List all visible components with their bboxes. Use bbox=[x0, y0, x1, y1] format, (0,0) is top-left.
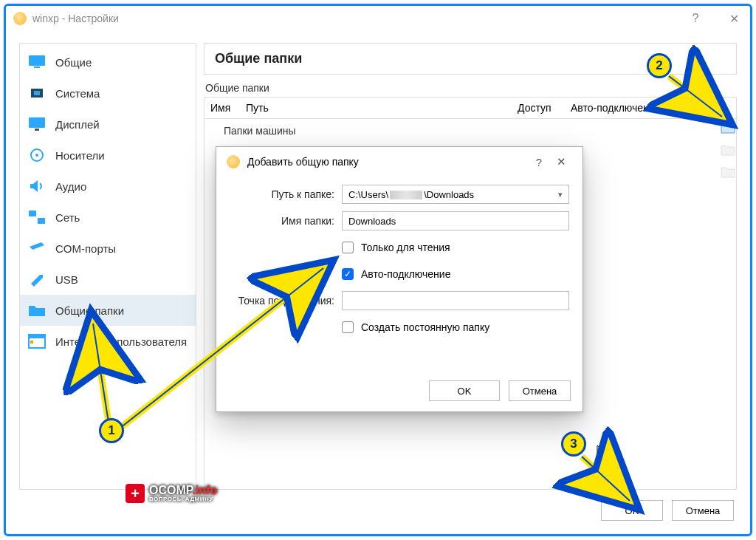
sidebar-label: Общие bbox=[55, 56, 92, 69]
sidebar-item-system[interactable]: Система bbox=[20, 78, 196, 109]
checkbox-unchecked-icon bbox=[342, 242, 354, 253]
app-icon bbox=[227, 155, 240, 168]
speaker-icon bbox=[27, 179, 47, 194]
folder-icon bbox=[27, 303, 47, 318]
sidebar-label: Система bbox=[55, 87, 100, 100]
annotation-badge-2: 2 bbox=[647, 53, 672, 78]
name-input[interactable]: Downloads bbox=[342, 211, 569, 230]
sidebar-label: COM-порты bbox=[55, 242, 116, 255]
svg-line-17 bbox=[117, 268, 323, 431]
svg-rect-8 bbox=[29, 211, 36, 216]
settings-window: winxp - Настройки ? ✕ Общие Система bbox=[4, 4, 752, 536]
cancel-button[interactable]: Отмена bbox=[672, 500, 734, 521]
path-value: C:\Users\\Downloads bbox=[348, 189, 474, 200]
svg-rect-1 bbox=[34, 66, 40, 68]
svg-rect-0 bbox=[29, 55, 45, 66]
sidebar-item-general[interactable]: Общие bbox=[20, 47, 196, 78]
col-name[interactable]: Имя bbox=[205, 102, 240, 114]
dialog-cancel-button[interactable]: Отмена bbox=[509, 380, 571, 401]
watermark: + OCOMP.info ВОПРОСЫ АДМИНУ bbox=[126, 484, 217, 503]
svg-rect-3 bbox=[34, 91, 40, 95]
sidebar-label: Аудио bbox=[55, 180, 86, 193]
sidebar-item-storage[interactable]: Носители bbox=[20, 140, 196, 171]
svg-line-15 bbox=[93, 324, 109, 427]
annotation-badge-1: 1 bbox=[99, 418, 124, 443]
window-title: winxp - Настройки bbox=[32, 13, 119, 24]
dialog-help-button[interactable]: ? bbox=[528, 156, 550, 168]
monitor-icon bbox=[27, 55, 47, 69]
permanent-checkbox[interactable]: Создать постоянную папку bbox=[342, 321, 569, 333]
display-icon bbox=[27, 117, 47, 131]
annotation-arrow-2 bbox=[656, 69, 737, 135]
network-icon bbox=[27, 210, 47, 225]
svg-rect-9 bbox=[38, 218, 45, 224]
svg-rect-4 bbox=[29, 117, 45, 128]
automount-checkbox[interactable]: Авто-подключение bbox=[342, 268, 569, 280]
usb-icon bbox=[27, 272, 47, 287]
col-path[interactable]: Путь bbox=[240, 102, 512, 114]
sidebar-item-audio[interactable]: Аудио bbox=[20, 171, 196, 202]
edit-folder-button[interactable] bbox=[720, 141, 736, 157]
close-button[interactable]: ✕ bbox=[725, 12, 743, 26]
sidebar-item-network[interactable]: Сеть bbox=[20, 202, 196, 233]
sidebar-label: Дисплей bbox=[55, 118, 100, 131]
chip-icon bbox=[27, 86, 47, 100]
annotation-arrow-3 bbox=[567, 449, 656, 516]
chevron-down-icon: ▾ bbox=[558, 190, 563, 199]
readonly-checkbox[interactable]: Только для чтения bbox=[342, 242, 569, 253]
mountpoint-input[interactable] bbox=[342, 291, 569, 310]
help-button[interactable]: ? bbox=[687, 12, 704, 26]
dialog-title: Добавить общую папку bbox=[247, 156, 359, 168]
dialog-titlebar: Добавить общую папку ? ✕ bbox=[216, 147, 583, 177]
sidebar-label: USB bbox=[55, 273, 78, 286]
app-icon bbox=[13, 12, 27, 25]
sidebar-item-display[interactable]: Дисплей bbox=[20, 109, 196, 140]
disk-icon bbox=[27, 148, 47, 163]
svg-rect-5 bbox=[35, 129, 39, 131]
col-access[interactable]: Доступ bbox=[512, 102, 565, 114]
serial-icon bbox=[27, 241, 47, 256]
svg-rect-12 bbox=[30, 341, 33, 344]
titlebar: winxp - Настройки ? ✕ bbox=[6, 6, 750, 31]
svg-line-19 bbox=[669, 76, 722, 117]
svg-point-7 bbox=[35, 154, 38, 157]
svg-rect-11 bbox=[29, 335, 45, 338]
sidebar-label: Сеть bbox=[55, 211, 80, 224]
path-obscured bbox=[390, 191, 422, 199]
svg-line-21 bbox=[582, 457, 630, 501]
plus-icon: + bbox=[126, 484, 145, 503]
annotation-badge-3: 3 bbox=[561, 431, 586, 457]
dialog-close-button[interactable]: ✕ bbox=[550, 155, 572, 168]
annotation-arrow-1b bbox=[109, 257, 353, 442]
name-label: Имя папки: bbox=[216, 215, 342, 227]
path-label: Путь к папке: bbox=[216, 188, 342, 200]
remove-folder-button[interactable] bbox=[720, 163, 736, 180]
path-dropdown[interactable]: C:\Users\\Downloads ▾ bbox=[342, 185, 569, 204]
dialog-ok-button[interactable]: OK bbox=[429, 380, 500, 401]
layout-icon bbox=[27, 334, 47, 349]
sidebar-label: Носители bbox=[55, 149, 105, 162]
